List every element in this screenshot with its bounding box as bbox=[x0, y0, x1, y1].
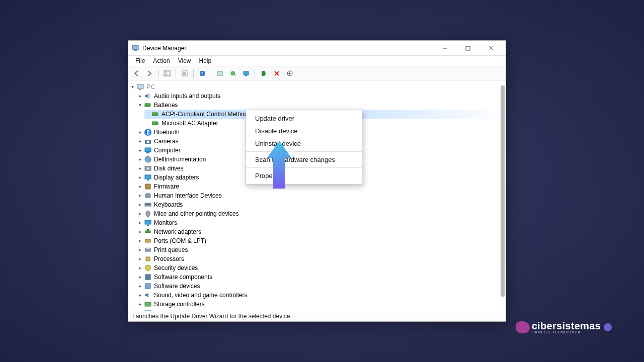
chevron-right-icon[interactable] bbox=[137, 292, 143, 298]
svg-rect-14 bbox=[217, 71, 222, 75]
chevron-right-icon[interactable] bbox=[137, 129, 143, 135]
tree-node[interactable]: Security devices bbox=[137, 263, 505, 273]
tree-node-label: Monitors bbox=[154, 219, 177, 226]
toolbar-separator bbox=[211, 69, 211, 78]
device-manager-icon bbox=[131, 44, 139, 52]
maximize-button[interactable] bbox=[456, 41, 479, 56]
chevron-right-icon[interactable] bbox=[137, 220, 143, 225]
svg-rect-26 bbox=[152, 113, 157, 116]
menu-view[interactable]: View bbox=[174, 56, 195, 65]
menu-help[interactable]: Help bbox=[195, 56, 216, 65]
context-menu: Update driver Disable device Uninstall d… bbox=[246, 110, 362, 185]
svg-rect-25 bbox=[150, 105, 151, 106]
tree-node[interactable]: Keyboards bbox=[137, 200, 505, 209]
tree-root-label: PC bbox=[146, 83, 156, 90]
svg-text:?: ? bbox=[201, 71, 203, 76]
menu-action[interactable]: Action bbox=[149, 56, 174, 65]
update-driver-icon[interactable] bbox=[240, 68, 252, 79]
tree-node-label: Cameras bbox=[154, 138, 179, 145]
properties-icon[interactable] bbox=[179, 68, 191, 79]
chevron-right-icon[interactable] bbox=[137, 165, 143, 171]
toolbar-separator bbox=[176, 69, 176, 78]
status-text: Launches the Update Driver Wizard for th… bbox=[132, 313, 292, 320]
chevron-right-icon[interactable] bbox=[137, 156, 143, 162]
chevron-down-icon[interactable] bbox=[137, 102, 143, 108]
chevron-right-icon[interactable] bbox=[137, 193, 143, 198]
chevron-right-icon[interactable] bbox=[137, 147, 143, 153]
ctx-update-driver[interactable]: Update driver bbox=[246, 112, 362, 125]
tree-node[interactable]: Network adapters bbox=[137, 227, 505, 236]
chevron-right-icon[interactable] bbox=[137, 265, 143, 270]
tree-node[interactable]: Mice and other pointing devices bbox=[137, 209, 505, 218]
scan-icon[interactable] bbox=[227, 68, 239, 79]
scan-hardware-icon[interactable] bbox=[284, 68, 296, 79]
chevron-right-icon[interactable] bbox=[137, 211, 143, 216]
tree-node-label: DellInstrumentation bbox=[154, 156, 206, 163]
chevron-right-icon[interactable] bbox=[137, 138, 143, 144]
tree-node[interactable]: Ports (COM & LPT) bbox=[137, 236, 505, 245]
tree-node-label: Software components bbox=[154, 274, 212, 281]
storage-icon bbox=[144, 300, 152, 308]
chevron-right-icon[interactable] bbox=[137, 229, 143, 234]
network-icon bbox=[144, 228, 152, 236]
system-icon bbox=[144, 309, 152, 311]
toolbar-separator bbox=[158, 69, 158, 78]
battery-icon bbox=[144, 101, 152, 109]
svg-rect-22 bbox=[137, 84, 143, 88]
svg-rect-29 bbox=[157, 123, 158, 124]
tree-node[interactable]: Processors bbox=[137, 254, 505, 263]
help-icon[interactable]: ? bbox=[196, 68, 208, 79]
tree-node[interactable]: Monitors bbox=[137, 218, 505, 227]
tree-node[interactable]: System devices bbox=[137, 309, 505, 311]
chevron-right-icon[interactable] bbox=[137, 274, 143, 280]
tree-node[interactable]: Software devices bbox=[137, 282, 505, 291]
back-icon[interactable] bbox=[130, 68, 142, 79]
svg-rect-34 bbox=[146, 152, 149, 153]
tree-node-label: Ports (COM & LPT) bbox=[154, 237, 206, 244]
tree-node-label: Storage controllers bbox=[154, 301, 205, 308]
tree-node[interactable]: Print queues bbox=[137, 245, 505, 254]
titlebar[interactable]: Device Manager bbox=[128, 41, 506, 56]
forward-icon[interactable] bbox=[143, 68, 155, 79]
tree-node[interactable]: Batteries bbox=[137, 101, 505, 110]
tree-node[interactable]: Audio inputs and outputs bbox=[137, 92, 505, 101]
software-icon bbox=[144, 282, 152, 290]
chevron-right-icon[interactable] bbox=[137, 184, 143, 189]
chevron-right-icon[interactable] bbox=[137, 238, 143, 243]
chevron-right-icon[interactable] bbox=[137, 256, 143, 261]
tree-node[interactable]: Storage controllers bbox=[137, 300, 505, 309]
chevron-right-icon[interactable] bbox=[137, 247, 143, 252]
window-title: Device Manager bbox=[142, 45, 186, 52]
tree-root[interactable]: PC bbox=[129, 82, 505, 92]
scrollbar-thumb[interactable] bbox=[501, 85, 505, 297]
svg-rect-52 bbox=[146, 257, 150, 261]
tree-node-label: Display adapters bbox=[154, 174, 199, 181]
svg-rect-24 bbox=[145, 104, 150, 107]
show-hide-console-tree-icon[interactable] bbox=[161, 68, 173, 79]
svg-rect-3 bbox=[466, 46, 470, 50]
tree-node[interactable]: Sound, video and game controllers bbox=[137, 291, 505, 300]
chevron-right-icon[interactable] bbox=[137, 93, 143, 99]
ctx-properties[interactable]: Properties bbox=[246, 169, 362, 182]
minimize-button[interactable] bbox=[433, 41, 456, 56]
close-button[interactable] bbox=[479, 41, 503, 56]
menu-file[interactable]: File bbox=[131, 56, 149, 65]
tree-node[interactable]: Human Interface Devices bbox=[137, 191, 505, 200]
firmware-icon bbox=[144, 183, 152, 191]
chevron-right-icon[interactable] bbox=[137, 202, 143, 207]
svg-rect-28 bbox=[152, 122, 157, 125]
chevron-right-icon[interactable] bbox=[137, 174, 143, 180]
chevron-right-icon[interactable] bbox=[137, 283, 143, 289]
ctx-uninstall-device[interactable]: Uninstall device bbox=[246, 137, 362, 150]
uninstall-icon[interactable] bbox=[271, 68, 283, 79]
ctx-scan-hardware[interactable]: Scan for hardware changes bbox=[246, 153, 362, 166]
action-icon[interactable] bbox=[214, 68, 226, 79]
enable-icon[interactable] bbox=[258, 68, 270, 79]
svg-rect-43 bbox=[146, 204, 150, 205]
chevron-down-icon[interactable] bbox=[129, 84, 135, 89]
disk-icon bbox=[144, 164, 152, 172]
chevron-right-icon[interactable] bbox=[137, 301, 143, 307]
tree-node[interactable]: Software components bbox=[137, 273, 505, 282]
svg-point-15 bbox=[231, 71, 235, 75]
ctx-disable-device[interactable]: Disable device bbox=[246, 125, 362, 137]
